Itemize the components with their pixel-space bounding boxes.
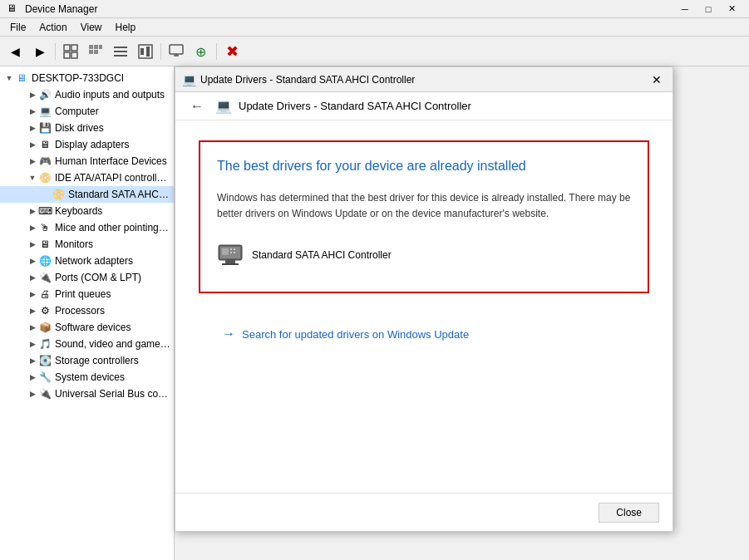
tree-item-hid[interactable]: ▶ 🎮 Human Interface Devices xyxy=(0,153,174,169)
tree-print-label: Print queues xyxy=(55,288,111,300)
back-button[interactable]: ◀ xyxy=(3,40,27,63)
tree-item-storage[interactable]: ▶ 💽 Storage controllers xyxy=(0,352,174,369)
tree-display-label: Display adapters xyxy=(55,139,129,150)
dialog-title-bar: 💻 Update Drivers - Standard SATA AHCI Co… xyxy=(175,67,673,92)
svg-rect-0 xyxy=(64,45,70,51)
tree-storage-toggle[interactable]: ▶ xyxy=(27,355,38,366)
dialog-nav-bar: ← 💻 Update Drivers - Standard SATA AHCI … xyxy=(175,92,673,120)
dialog-nav-icon: 💻 xyxy=(215,98,232,115)
dialog-close-footer-button[interactable]: Close xyxy=(599,503,659,523)
tree-usb-label: Universal Serial Bus contro... xyxy=(55,388,170,400)
svg-rect-26 xyxy=(225,260,235,263)
tree-item-disk[interactable]: ▶ 💾 Disk drives xyxy=(0,120,174,136)
maximize-button[interactable]: □ xyxy=(697,2,719,17)
tree-item-display[interactable]: ▶ 🖥 Display adapters xyxy=(0,136,174,153)
search-link-area: → Search for updated drivers on Windows … xyxy=(199,313,649,355)
tree-item-audio[interactable]: ▶ 🔊 Audio inputs and outputs xyxy=(0,86,174,103)
tree-sound-toggle[interactable]: ▶ xyxy=(27,338,38,350)
tree-hid-label: Human Interface Devices xyxy=(55,155,167,167)
tree-item-computer[interactable]: ▶ 💻 Computer xyxy=(0,103,174,120)
main-content: ▼ 🖥 DESKTOP-733DGCI ▶ 🔊 Audio inputs and… xyxy=(0,66,749,560)
svg-rect-22 xyxy=(230,248,232,250)
dialog-back-button[interactable]: ← xyxy=(185,95,209,118)
device-entry: Standard SATA AHCI Controller xyxy=(217,242,631,268)
svg-rect-25 xyxy=(234,252,235,253)
device-view-button[interactable] xyxy=(84,40,107,63)
tree-item-mice[interactable]: ▶ 🖱 Mice and other pointing d... xyxy=(0,219,174,236)
remove-device-button[interactable]: ✖ xyxy=(220,40,244,63)
tree-display-icon: 🖥 xyxy=(38,138,52,151)
tree-disk-label: Disk drives xyxy=(55,122,104,134)
tree-item-system[interactable]: ▶ 🔧 System devices xyxy=(0,369,174,386)
tree-disk-toggle[interactable]: ▶ xyxy=(27,122,38,134)
resource2-view-button[interactable] xyxy=(134,40,157,63)
tree-computer-toggle[interactable]: ▶ xyxy=(27,106,38,117)
tree-display-toggle[interactable]: ▶ xyxy=(27,139,38,150)
tree-root-icon: 🖥 xyxy=(15,71,28,85)
success-box: The best drivers for your device are alr… xyxy=(199,140,649,293)
tree-system-toggle[interactable]: ▶ xyxy=(27,371,38,383)
tree-root[interactable]: ▼ 🖥 DESKTOP-733DGCI xyxy=(0,70,174,86)
tree-item-print[interactable]: ▶ 🖨 Print queues xyxy=(0,286,174,302)
svg-rect-10 xyxy=(114,51,127,52)
tree-ide-label: IDE ATA/ATAPI controllers xyxy=(55,172,170,184)
svg-rect-27 xyxy=(222,263,239,265)
dialog-nav-title: Update Drivers - Standard SATA AHCI Cont… xyxy=(239,100,471,112)
tree-item-usb[interactable]: ▶ 🔌 Universal Serial Bus contro... xyxy=(0,386,174,402)
svg-rect-8 xyxy=(94,50,98,54)
menu-help[interactable]: Help xyxy=(109,20,143,35)
tree-proc-toggle[interactable]: ▶ xyxy=(27,305,38,317)
tree-item-ide[interactable]: ▼ 📀 IDE ATA/ATAPI controllers xyxy=(0,169,174,186)
tree-ports-label: Ports (COM & LPT) xyxy=(55,272,141,283)
tree-audio-icon: 🔊 xyxy=(38,88,52,101)
svg-rect-23 xyxy=(230,252,232,253)
tree-item-sound[interactable]: ▶ 🎵 Sound, video and game co... xyxy=(0,336,174,352)
menu-file[interactable]: File xyxy=(3,20,32,35)
menu-action[interactable]: Action xyxy=(32,20,73,35)
tree-audio-toggle[interactable]: ▶ xyxy=(27,89,38,101)
tree-mice-toggle[interactable]: ▶ xyxy=(27,222,38,233)
add-device-button[interactable]: ⊕ xyxy=(190,40,213,63)
tree-ide-icon: 📀 xyxy=(38,171,52,184)
tree-ide-toggle[interactable]: ▼ xyxy=(27,172,38,184)
close-app-button[interactable]: ✕ xyxy=(721,2,742,17)
tree-print-toggle[interactable]: ▶ xyxy=(27,288,38,300)
tree-system-icon: 🔧 xyxy=(38,371,52,384)
tree-root-toggle[interactable]: ▼ xyxy=(3,72,15,84)
tree-item-network[interactable]: ▶ 🌐 Network adapters xyxy=(0,253,174,269)
monitor-button[interactable] xyxy=(165,40,188,63)
tree-ports-toggle[interactable]: ▶ xyxy=(27,272,38,283)
success-description: Windows has determined that the best dri… xyxy=(217,190,631,222)
main-area: 💻 Update Drivers - Standard SATA AHCI Co… xyxy=(175,66,749,560)
tree-monitors-toggle[interactable]: ▶ xyxy=(27,238,38,250)
tree-computer-label: Computer xyxy=(55,106,99,117)
tree-software-toggle[interactable]: ▶ xyxy=(27,322,38,333)
tree-software-icon: 📦 xyxy=(38,321,52,334)
app-title: Device Manager xyxy=(25,3,97,15)
title-bar: 🖥 Device Manager ─ □ ✕ xyxy=(0,0,749,18)
tree-item-ports[interactable]: ▶ 🔌 Ports (COM & LPT) xyxy=(0,269,174,286)
resource-view-button[interactable] xyxy=(109,40,132,63)
tree-item-keyboards[interactable]: ▶ ⌨ Keyboards xyxy=(0,203,174,219)
svg-rect-3 xyxy=(71,52,77,58)
search-windows-update-link[interactable]: Search for updated drivers on Windows Up… xyxy=(242,328,469,341)
dialog-title-icon: 💻 xyxy=(182,73,195,86)
toolbar: ◀ ▶ xyxy=(0,37,749,66)
forward-button[interactable]: ▶ xyxy=(28,40,52,63)
tree-item-ide-sub[interactable]: ▶ 📀 Standard SATA AHCI Co... xyxy=(0,186,174,203)
tree-item-software[interactable]: ▶ 📦 Software devices xyxy=(0,319,174,336)
tree-usb-toggle[interactable]: ▶ xyxy=(27,388,38,400)
tree-hid-toggle[interactable]: ▶ xyxy=(27,155,38,167)
dialog-close-x-button[interactable]: ✕ xyxy=(648,71,666,89)
tree-item-monitors[interactable]: ▶ 🖥 Monitors xyxy=(0,236,174,253)
tree-network-toggle[interactable]: ▶ xyxy=(27,255,38,267)
svg-rect-6 xyxy=(99,45,102,49)
tree-keyboards-toggle[interactable]: ▶ xyxy=(27,205,38,217)
tree-item-proc[interactable]: ▶ ⚙ Processors xyxy=(0,302,174,319)
device-tree[interactable]: ▼ 🖥 DESKTOP-733DGCI ▶ 🔊 Audio inputs and… xyxy=(0,66,175,560)
svg-rect-14 xyxy=(146,47,150,56)
tree-network-icon: 🌐 xyxy=(38,254,52,268)
minimize-button[interactable]: ─ xyxy=(674,2,696,17)
tree-view-button[interactable] xyxy=(59,40,82,63)
menu-view[interactable]: View xyxy=(74,20,109,35)
